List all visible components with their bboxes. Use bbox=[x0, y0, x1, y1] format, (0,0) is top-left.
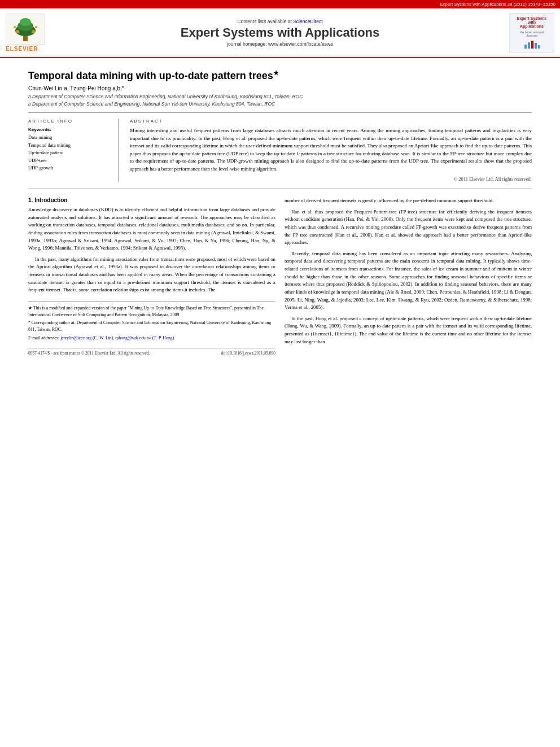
right-column: number of derived frequent itemsets is g… bbox=[285, 197, 532, 356]
abstract-col: ABSTRACT Mining interesting and useful f… bbox=[130, 119, 532, 182]
journal-homepage: journal homepage: www.elsevier.com/locat… bbox=[62, 41, 498, 47]
email-tp: tphong@nuk.edu.tw (T.-P. Hong). bbox=[115, 335, 175, 340]
intro-para-2: In the past, many algorithms for mining … bbox=[28, 256, 275, 294]
journal-logo-box: Expert SystemswithApplications An Intern… bbox=[509, 13, 554, 53]
intro-section-title: 1. Introduction bbox=[28, 197, 275, 203]
email-cw: jerrylin@ieee.org (C.-W. Lin), bbox=[60, 335, 114, 340]
svg-rect-9 bbox=[524, 45, 527, 49]
journal-bar: Expert Systems with Applications 38 (201… bbox=[0, 0, 560, 8]
body-columns: 1. Introduction Knowledge discovery in d… bbox=[28, 197, 532, 356]
journal-citation: Expert Systems with Applications 38 (201… bbox=[440, 2, 555, 7]
intro-title: Introduction bbox=[34, 197, 67, 203]
affiliation-b: b Department of Computer Science and Eng… bbox=[28, 101, 532, 107]
right-logo-area: Expert SystemswithApplications An Intern… bbox=[504, 13, 554, 53]
svg-point-6 bbox=[32, 30, 35, 33]
bottom-issn: 0957-4174/$ - see front matter © 2011 El… bbox=[28, 351, 150, 356]
contents-line: Contents lists available at ScienceDirec… bbox=[62, 19, 498, 24]
right-para-1: number of derived frequent itemsets is g… bbox=[285, 197, 532, 205]
right-para-3: Recently, temporal data mining has been … bbox=[285, 250, 532, 312]
bottom-bar: 0957-4174/$ - see front matter © 2011 El… bbox=[28, 348, 275, 356]
intro-text: Knowledge discovery in databases (KDD) i… bbox=[28, 206, 275, 294]
svg-rect-12 bbox=[535, 43, 537, 49]
keyword-2: Temporal data mining bbox=[28, 142, 111, 150]
keyword-3: Up-to-date pattern bbox=[28, 149, 111, 157]
copyright-line: © 2011 Elsevier Ltd. All rights reserved… bbox=[130, 176, 532, 182]
intro-para-1: Knowledge discovery in databases (KDD) i… bbox=[28, 206, 275, 252]
keywords-label: Keywords: bbox=[28, 127, 111, 132]
left-column: 1. Introduction Knowledge discovery in d… bbox=[28, 197, 275, 356]
journal-title: Expert Systems with Applications bbox=[62, 25, 498, 40]
abstract-text: Mining interesting and useful frequent p… bbox=[130, 127, 532, 173]
divider-2 bbox=[28, 189, 532, 189]
abstract-title: ABSTRACT bbox=[130, 119, 532, 124]
divider-1 bbox=[28, 112, 532, 113]
paper-container: Temporal data mining with up-to-date pat… bbox=[0, 58, 560, 367]
keyword-4: UDP-tree bbox=[28, 157, 111, 165]
keyword-5: UDP-growth bbox=[28, 164, 111, 172]
intro-number: 1. bbox=[28, 197, 33, 203]
header-center: Contents lists available at ScienceDirec… bbox=[62, 19, 498, 47]
svg-point-8 bbox=[35, 26, 37, 28]
footnote-star: ★ This is a modified and expanded versio… bbox=[28, 305, 275, 318]
svg-point-5 bbox=[16, 30, 19, 33]
svg-rect-13 bbox=[538, 45, 540, 49]
affiliation-a: a Department of Computer Science and Inf… bbox=[28, 94, 532, 99]
right-para-2: Han et al. thus proposed the Frequent-Pa… bbox=[285, 208, 532, 247]
elsevier-logo-area: ELSEVIER bbox=[6, 14, 56, 52]
keyword-1: Data mining bbox=[28, 134, 111, 142]
svg-rect-11 bbox=[531, 41, 533, 49]
svg-point-7 bbox=[14, 26, 16, 28]
article-meta: ARTICLE INFO Keywords: Data mining Tempo… bbox=[28, 119, 532, 182]
bottom-doi: doi:10.1016/j.eswa.2011.05.090 bbox=[221, 351, 275, 356]
footnote-corresponding: * Corresponding author at: Department of… bbox=[28, 320, 275, 333]
sciencedirect-link[interactable]: ScienceDirect bbox=[293, 19, 322, 24]
paper-title-text: Temporal data mining with up-to-date pat… bbox=[28, 70, 273, 81]
elsevier-logo: ELSEVIER bbox=[6, 14, 56, 52]
article-info-col: ARTICLE INFO Keywords: Data mining Tempo… bbox=[28, 119, 119, 182]
keywords-list: Data mining Temporal data mining Up-to-d… bbox=[28, 134, 111, 172]
right-para-4: In the past, Hong et al. proposed a conc… bbox=[285, 315, 532, 346]
footnote-area: ★ This is a modified and expanded versio… bbox=[28, 301, 275, 341]
article-info-title: ARTICLE INFO bbox=[28, 119, 111, 124]
svg-point-4 bbox=[20, 18, 31, 26]
paper-authors: Chun-Wei Lin a, Tzung-Pei Hong a,b,* bbox=[28, 85, 532, 91]
paper-title: Temporal data mining with up-to-date pat… bbox=[28, 69, 532, 82]
svg-rect-10 bbox=[528, 42, 530, 49]
footnote-email: E-mail addresses: jerrylin@ieee.org (C.-… bbox=[28, 335, 275, 342]
page-header: ELSEVIER Contents lists available at Sci… bbox=[0, 8, 560, 58]
paper-title-area: Temporal data mining with up-to-date pat… bbox=[28, 69, 532, 107]
right-col-text: number of derived frequent itemsets is g… bbox=[285, 197, 532, 346]
email-label: E-mail addresses: bbox=[28, 335, 59, 340]
rlogo-title-text: Expert SystemswithApplications bbox=[517, 16, 547, 28]
rlogo-subtitle: An InternationalJournal bbox=[520, 30, 544, 37]
elsevier-tree-graphic bbox=[6, 14, 45, 45]
elsevier-name-text: ELSEVIER bbox=[6, 46, 38, 52]
title-star: ★ bbox=[273, 69, 279, 76]
